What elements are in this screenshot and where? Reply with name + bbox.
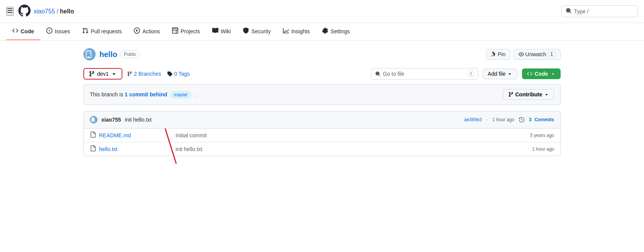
repo-header-row: hello Public Pin Unwatch 1 <box>83 48 561 60</box>
branch-bar: dev1 2 Branches 0 Tags Go to file t Add … <box>83 68 561 80</box>
code-button[interactable]: Code <box>522 68 561 79</box>
repo-nav: Code Issues Pull requests Actions Projec… <box>0 23 644 41</box>
hamburger-menu[interactable] <box>6 7 14 16</box>
tab-code[interactable]: Code <box>6 23 40 40</box>
repo-title[interactable]: hello <box>99 50 117 59</box>
code-label: Code <box>535 71 548 77</box>
search-placeholder-text: Type / <box>574 8 589 15</box>
commit-meta: ae389e3 · 1 hour ago 3 Commits <box>464 117 554 122</box>
contribute-icon <box>508 92 514 97</box>
tab-settings[interactable]: Settings <box>316 23 356 40</box>
commit-time-ago: 1 hour ago <box>493 117 514 122</box>
file-commit-message: init hello.txt <box>176 146 532 152</box>
shield-icon <box>243 28 249 35</box>
repo-owner[interactable]: xiao755 <box>34 8 55 15</box>
commits-count-link[interactable]: 3 Commits <box>529 117 554 122</box>
file-icon <box>90 145 96 153</box>
commits-behind-link[interactable]: 1 commit behind <box>125 91 167 98</box>
commit-author-avatar <box>90 116 98 124</box>
branch-meta: 2 Branches 0 Tags <box>127 71 190 77</box>
add-file-button[interactable]: Add file <box>483 68 517 79</box>
repo-visibility-badge: Public <box>120 50 140 58</box>
book-icon <box>212 28 218 35</box>
play-icon <box>134 28 140 35</box>
commit-time: · <box>486 117 488 122</box>
repo-avatar <box>83 48 96 60</box>
repo-name-header[interactable]: hello <box>60 8 74 15</box>
contribute-label: Contribute <box>515 91 542 98</box>
chart-icon <box>283 28 289 35</box>
tab-issues[interactable]: Issues <box>40 23 76 40</box>
branches-count-item: 2 Branches <box>127 71 161 77</box>
tab-projects-label: Projects <box>181 28 200 34</box>
history-icon <box>519 117 524 122</box>
breadcrumb: xiao755 / hello <box>34 8 74 15</box>
chevron-down-icon <box>544 92 549 97</box>
commit-author-name[interactable]: xiao755 <box>101 117 121 123</box>
table-icon <box>172 28 178 35</box>
file-row: README.md Initial commit 5 years ago <box>84 128 560 142</box>
tab-actions-label: Actions <box>142 28 160 34</box>
branch-notice: This branch is 1 commit behind master . … <box>83 84 561 105</box>
tab-security-label: Security <box>251 28 271 34</box>
file-name-link[interactable]: README.md <box>99 132 176 138</box>
tags-link[interactable]: 0 Tags <box>174 71 190 77</box>
goto-file-search[interactable]: Go to file t <box>371 68 478 80</box>
chevron-down-icon <box>111 71 117 77</box>
tab-pull-requests[interactable]: Pull requests <box>76 23 128 40</box>
github-logo[interactable] <box>18 5 31 18</box>
repo-action-buttons: Pin Unwatch 1 <box>486 49 561 60</box>
top-header: xiao755 / hello Type / <box>0 0 644 23</box>
tab-wiki[interactable]: Wiki <box>206 23 237 40</box>
add-file-label: Add file <box>488 71 506 77</box>
gear-icon <box>322 28 328 35</box>
tab-issues-label: Issues <box>55 28 70 34</box>
tag-icon <box>167 71 172 76</box>
file-table-header: xiao755 init hello.txt ae389e3 · 1 hour … <box>84 111 560 128</box>
target-branch-badge[interactable]: master <box>170 91 191 98</box>
file-time: 5 years ago <box>530 133 554 138</box>
code-icon <box>12 28 18 35</box>
branch-notice-text: This branch is 1 commit behind master . <box>90 91 196 98</box>
commit-hash-link[interactable]: ae389e3 <box>464 117 482 122</box>
tab-settings-label: Settings <box>330 28 350 34</box>
unwatch-button[interactable]: Unwatch 1 <box>514 49 561 60</box>
tab-pr-label: Pull requests <box>91 28 122 34</box>
file-icon <box>90 132 96 139</box>
file-table: xiao755 init hello.txt ae389e3 · 1 hour … <box>83 111 561 156</box>
search-icon <box>375 71 381 76</box>
goto-file-placeholder: Go to file <box>383 71 466 77</box>
global-search[interactable]: Type / <box>561 5 638 17</box>
breadcrumb-separator: / <box>57 8 58 15</box>
branches-link[interactable]: 2 Branches <box>134 71 161 77</box>
file-time: 1 hour ago <box>532 146 554 152</box>
tab-actions[interactable]: Actions <box>128 23 166 40</box>
branch-selector-button[interactable]: dev1 <box>83 68 122 80</box>
main-content: hello Public Pin Unwatch 1 dev1 2 Branch… <box>77 41 567 164</box>
search-icon <box>566 8 572 15</box>
tab-code-label: Code <box>21 28 34 34</box>
chevron-down-icon <box>507 71 512 76</box>
unwatch-label: Unwatch <box>525 51 546 57</box>
pin-label: Pin <box>498 51 506 57</box>
branch-name: dev1 <box>97 71 109 77</box>
issue-icon <box>46 28 52 35</box>
code-icon <box>527 71 532 76</box>
tab-projects[interactable]: Projects <box>166 23 206 40</box>
tab-insights-label: Insights <box>291 28 310 34</box>
pr-icon <box>82 28 88 35</box>
file-commit-message: Initial commit <box>176 132 530 138</box>
file-row: hello.txt init hello.txt 1 hour ago <box>84 142 560 156</box>
tab-insights[interactable]: Insights <box>277 23 316 40</box>
tab-security[interactable]: Security <box>237 23 277 40</box>
tags-count-item: 0 Tags <box>167 71 190 77</box>
pin-button[interactable]: Pin <box>486 49 511 60</box>
commit-message[interactable]: init hello.txt <box>125 117 151 123</box>
contribute-button[interactable]: Contribute <box>503 89 554 100</box>
file-name-link[interactable]: hello.txt <box>99 146 176 152</box>
branch-icon <box>127 71 132 76</box>
unwatch-count: 1 <box>548 51 556 57</box>
tab-wiki-label: Wiki <box>221 28 231 34</box>
chevron-down-icon <box>550 71 556 76</box>
search-shortcut: t <box>468 70 474 77</box>
